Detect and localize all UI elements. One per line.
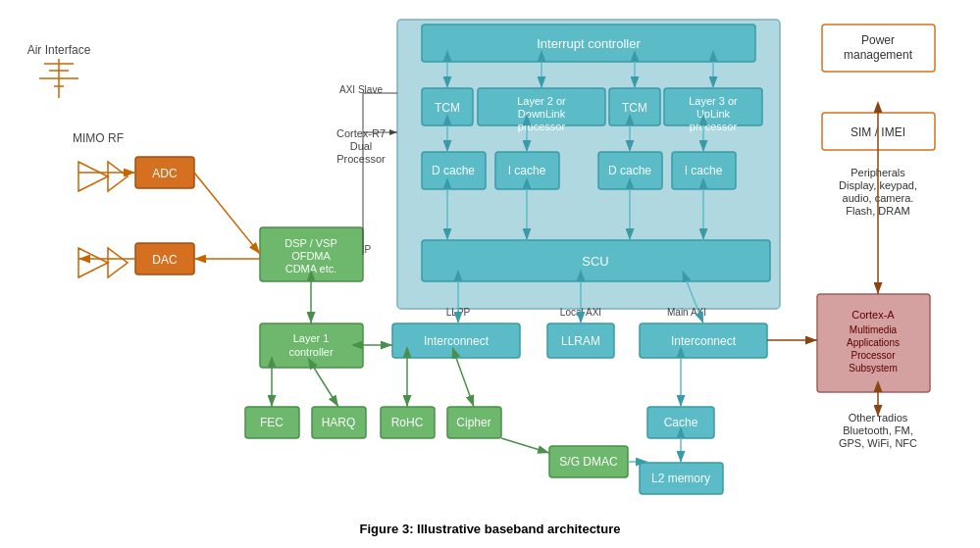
- svg-text:Power: Power: [861, 33, 895, 47]
- svg-text:Processor: Processor: [851, 350, 896, 361]
- svg-text:Cortex-R7: Cortex-R7: [336, 127, 386, 139]
- svg-text:HARQ: HARQ: [322, 416, 356, 429]
- svg-text:D cache: D cache: [608, 164, 651, 177]
- svg-text:CDMA etc.: CDMA etc.: [285, 263, 337, 274]
- svg-text:Multimedia: Multimedia: [850, 324, 898, 335]
- svg-text:D cache: D cache: [432, 164, 475, 177]
- figure-caption: Figure 3: Illustrative baseband architec…: [360, 522, 621, 536]
- svg-text:Layer 2 or: Layer 2 or: [517, 95, 566, 107]
- svg-text:L2 memory: L2 memory: [651, 472, 710, 485]
- svg-text:Cortex-A: Cortex-A: [851, 309, 895, 321]
- svg-text:Interconnect: Interconnect: [671, 334, 737, 348]
- svg-text:I cache: I cache: [685, 164, 723, 177]
- svg-text:OFDMA: OFDMA: [291, 250, 331, 262]
- svg-text:ADC: ADC: [152, 167, 178, 180]
- svg-line-103: [501, 438, 549, 453]
- svg-text:controller: controller: [288, 346, 334, 358]
- svg-text:Interconnect: Interconnect: [424, 334, 490, 348]
- svg-text:Bluetooth, FM,: Bluetooth, FM,: [843, 424, 913, 436]
- svg-text:DAC: DAC: [152, 253, 178, 267]
- svg-text:MIMO RF: MIMO RF: [73, 131, 124, 145]
- svg-text:GPS, WiFi, NFC: GPS, WiFi, NFC: [839, 437, 917, 449]
- architecture-diagram: Interrupt controller TCM Layer 2 or Down…: [0, 0, 980, 548]
- svg-marker-45: [78, 162, 108, 191]
- svg-text:RoHC: RoHC: [391, 416, 424, 429]
- svg-text:Interrupt controller: Interrupt controller: [537, 36, 641, 51]
- svg-text:processor: processor: [518, 121, 566, 132]
- svg-text:Cipher: Cipher: [456, 416, 490, 429]
- svg-line-94: [194, 173, 260, 254]
- svg-text:DownLink: DownLink: [518, 108, 566, 120]
- svg-line-102: [456, 358, 474, 407]
- svg-text:FEC: FEC: [260, 416, 284, 429]
- svg-text:TCM: TCM: [622, 101, 647, 115]
- svg-text:LLRAM: LLRAM: [561, 334, 600, 348]
- svg-marker-46: [108, 162, 128, 191]
- svg-text:management: management: [844, 48, 913, 62]
- svg-line-100: [314, 368, 338, 407]
- svg-text:processor: processor: [690, 121, 738, 132]
- svg-text:UpLink: UpLink: [696, 108, 731, 120]
- svg-text:Subsystem: Subsystem: [849, 363, 897, 374]
- svg-text:SCU: SCU: [582, 254, 608, 269]
- svg-text:TCM: TCM: [435, 101, 460, 115]
- svg-marker-48: [108, 248, 128, 277]
- svg-marker-47: [78, 248, 108, 277]
- svg-text:Cache: Cache: [664, 416, 698, 429]
- svg-text:DSP / VSP: DSP / VSP: [284, 237, 337, 249]
- svg-text:Applications: Applications: [847, 337, 900, 348]
- svg-text:I cache: I cache: [508, 164, 546, 177]
- diagram-container: Interrupt controller TCM Layer 2 or Down…: [0, 0, 980, 548]
- svg-text:Layer 3 or: Layer 3 or: [689, 95, 738, 107]
- svg-text:Dual: Dual: [350, 140, 373, 152]
- svg-text:Layer 1: Layer 1: [293, 332, 330, 344]
- svg-text:Air Interface: Air Interface: [27, 43, 91, 57]
- svg-text:S/G DMAC: S/G DMAC: [559, 455, 618, 469]
- svg-text:Processor: Processor: [336, 153, 386, 165]
